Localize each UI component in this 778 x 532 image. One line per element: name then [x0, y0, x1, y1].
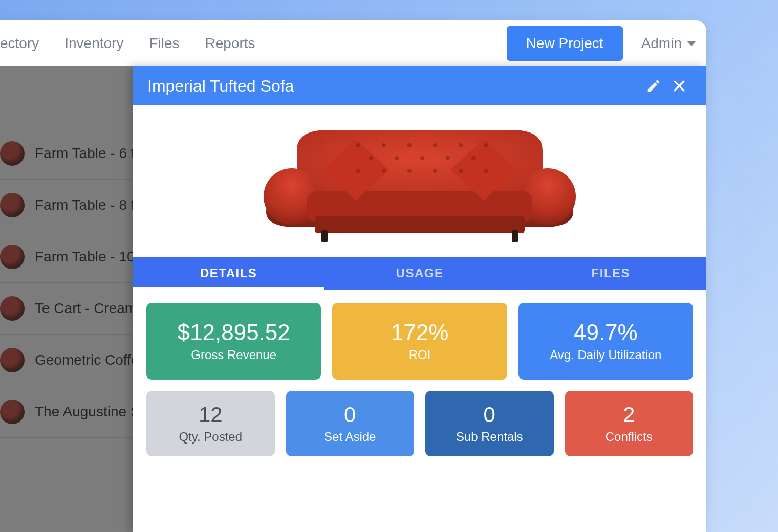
svg-point-20	[433, 169, 437, 173]
nav-link-reports[interactable]: Reports	[205, 35, 255, 52]
admin-label: Admin	[641, 35, 682, 52]
metric-sub-rentals[interactable]: 0 Sub Rentals	[425, 391, 554, 456]
metric-label: Set Aside	[324, 430, 376, 444]
metric-label: Avg. Daily Utilization	[550, 348, 661, 362]
metric-row-bottom: 12 Qty. Posted 0 Set Aside 0 Sub Rentals…	[146, 391, 693, 456]
metric-utilization[interactable]: 49.7% Avg. Daily Utilization	[518, 303, 693, 380]
metric-value: $12,895.52	[178, 320, 290, 345]
metric-row-top: $12,895.52 Gross Revenue 172% ROI 49.7% …	[146, 303, 693, 380]
metric-qty-posted[interactable]: 12 Qty. Posted	[146, 391, 275, 456]
nav-link-inventory[interactable]: Inventory	[64, 35, 123, 52]
svg-point-22	[484, 169, 488, 173]
metric-label: ROI	[409, 348, 431, 362]
metric-conflicts[interactable]: 2 Conflicts	[565, 391, 694, 456]
svg-point-8	[407, 143, 412, 147]
topbar: ectory Inventory Files Reports New Proje…	[0, 20, 706, 66]
svg-point-14	[420, 156, 424, 160]
content-area: Farm Table - 6 ft Farm Table - 8 ft Farm…	[0, 66, 706, 532]
svg-point-19	[407, 169, 412, 173]
panel-header: Imperial Tufted Sofa	[133, 66, 706, 105]
svg-point-9	[433, 143, 437, 147]
svg-point-18	[382, 169, 386, 173]
app-window: ectory Inventory Files Reports New Proje…	[0, 20, 706, 532]
metric-gross-revenue[interactable]: $12,895.52 Gross Revenue	[146, 303, 321, 380]
nav-link-files[interactable]: Files	[149, 35, 179, 52]
svg-point-13	[395, 156, 399, 160]
metric-label: Qty. Posted	[179, 430, 242, 444]
svg-point-10	[459, 143, 463, 147]
svg-rect-4	[321, 230, 328, 242]
admin-menu[interactable]: Admin	[641, 35, 696, 52]
tab-usage[interactable]: USAGE	[324, 257, 515, 290]
tab-files[interactable]: FILES	[515, 257, 706, 290]
svg-point-15	[446, 156, 450, 160]
svg-point-6	[356, 143, 360, 147]
metric-value: 0	[484, 403, 495, 427]
item-detail-panel: Imperial Tufted Sofa	[133, 66, 706, 532]
svg-rect-5	[512, 230, 518, 242]
svg-point-16	[471, 156, 476, 160]
metric-value: 0	[344, 403, 356, 427]
metric-label: Conflicts	[606, 430, 653, 444]
svg-rect-3	[315, 216, 525, 233]
svg-point-11	[484, 143, 488, 147]
close-icon	[672, 78, 687, 94]
metric-value: 12	[199, 403, 223, 427]
tab-strip: DETAILS USAGE FILES	[133, 257, 706, 290]
caret-down-icon	[687, 41, 696, 46]
sofa-icon	[256, 115, 584, 248]
metric-roi[interactable]: 172% ROI	[332, 303, 507, 380]
panel-title: Imperial Tufted Sofa	[147, 77, 641, 96]
metric-label: Sub Rentals	[456, 430, 523, 444]
metric-value: 2	[623, 403, 635, 427]
metric-value: 172%	[391, 320, 449, 345]
tab-details[interactable]: DETAILS	[133, 257, 324, 290]
metrics-section: $12,895.52 Gross Revenue 172% ROI 49.7% …	[133, 290, 706, 456]
metric-label: Gross Revenue	[191, 348, 276, 362]
close-button[interactable]	[666, 73, 692, 99]
edit-button[interactable]	[641, 73, 666, 99]
metric-set-aside[interactable]: 0 Set Aside	[286, 391, 415, 456]
pencil-icon	[646, 78, 661, 94]
new-project-button[interactable]: New Project	[507, 26, 623, 61]
svg-point-21	[459, 169, 463, 173]
svg-point-17	[356, 169, 360, 173]
svg-point-12	[369, 156, 373, 160]
product-image	[133, 105, 706, 257]
metric-value: 49.7%	[574, 320, 638, 345]
nav-link-directory[interactable]: ectory	[0, 35, 39, 52]
nav-links: ectory Inventory Files Reports	[0, 35, 255, 52]
svg-point-7	[382, 143, 386, 147]
